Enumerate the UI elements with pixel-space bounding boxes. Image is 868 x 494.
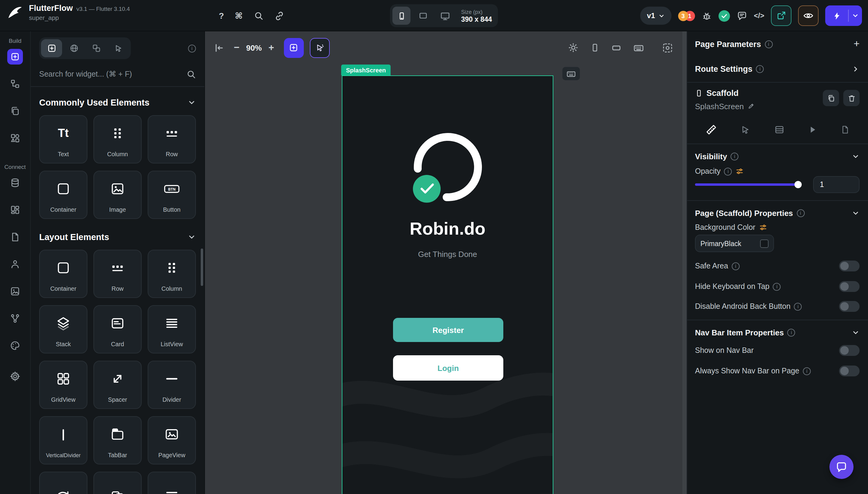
- canvas-settings-icon[interactable]: [662, 42, 673, 53]
- color-swatch[interactable]: [760, 239, 769, 248]
- preview-eye-button[interactable]: [798, 5, 818, 26]
- palette-tab-marketplace[interactable]: [63, 39, 84, 57]
- page-name-tag[interactable]: SplashScreen: [341, 64, 391, 75]
- register-button[interactable]: Register: [393, 318, 503, 342]
- device-phone-button[interactable]: [392, 7, 411, 25]
- help-icon[interactable]: ?: [219, 11, 224, 20]
- opacity-slider[interactable]: [695, 183, 802, 186]
- visibility-section-header[interactable]: Visibility i: [695, 148, 860, 164]
- palette-card-gridview[interactable]: GridView: [39, 361, 87, 409]
- palette-card-column[interactable]: Column: [148, 250, 196, 298]
- scaffold-properties-header[interactable]: Page (Scaffold) Properties i: [695, 205, 860, 221]
- debug-bug-icon[interactable]: [701, 11, 712, 21]
- custom-code-icon[interactable]: </>: [754, 12, 764, 20]
- palette-tab-widgets[interactable]: [41, 39, 62, 57]
- deploy-menu-button[interactable]: [849, 12, 862, 19]
- rename-pencil-icon[interactable]: [747, 102, 755, 110]
- nav-collaboration[interactable]: [7, 256, 23, 272]
- always-show-navbar-toggle[interactable]: [839, 365, 860, 376]
- tab-properties[interactable]: [705, 124, 717, 136]
- portrait-device-icon[interactable]: [590, 43, 600, 53]
- palette-card-image[interactable]: Image: [94, 171, 142, 219]
- section-layout-elements[interactable]: Layout Elements: [39, 232, 196, 242]
- navbar-properties-header[interactable]: Nav Bar Item Properties i: [695, 324, 860, 340]
- palette-card-container[interactable]: Container: [39, 171, 87, 219]
- zoom-out-button[interactable]: −: [234, 42, 240, 53]
- palette-card-spacer[interactable]: Spacer: [94, 361, 142, 409]
- build-status-icon[interactable]: [718, 10, 730, 21]
- set-from-variable-icon[interactable]: [759, 223, 767, 232]
- palette-card-tabbar[interactable]: TabBar: [94, 416, 142, 464]
- nav-settings[interactable]: [7, 368, 23, 384]
- canvas-scrollbar[interactable]: [682, 31, 687, 494]
- nav-components[interactable]: [7, 130, 23, 146]
- palette-card-partial[interactable]: [39, 472, 87, 494]
- comments-icon[interactable]: [736, 10, 747, 21]
- search-icon[interactable]: [254, 11, 263, 20]
- palette-tab-pointer[interactable]: [108, 39, 129, 57]
- device-desktop-button[interactable]: [436, 7, 454, 25]
- palette-card-verticaldivider[interactable]: VerticalDivider: [39, 416, 87, 464]
- tab-backend-query[interactable]: [774, 124, 785, 135]
- section-commonly-used[interactable]: Commonly Used Elements: [39, 98, 196, 107]
- tab-documentation[interactable]: [840, 125, 850, 134]
- delete-widget-button[interactable]: [843, 90, 860, 106]
- palette-card-text[interactable]: Tt Text: [39, 115, 87, 164]
- deploy-bolt-button[interactable]: [825, 11, 848, 20]
- palette-card-divider[interactable]: Divider: [148, 361, 196, 409]
- nav-automations[interactable]: [7, 311, 23, 326]
- design-canvas[interactable]: − 90% +: [205, 31, 687, 494]
- collapse-panel-icon[interactable]: [213, 42, 224, 53]
- open-in-new-tab-button[interactable]: [771, 5, 791, 26]
- palette-card-card[interactable]: Card: [94, 305, 142, 354]
- palette-card-row[interactable]: Row: [148, 115, 196, 164]
- nav-pages[interactable]: [7, 103, 23, 119]
- palette-card-column[interactable]: Column: [94, 115, 142, 164]
- route-settings-row[interactable]: Route Settings i: [695, 61, 860, 77]
- hide-keyboard-toggle[interactable]: [839, 281, 860, 292]
- palette-card-partial[interactable]: [148, 472, 196, 494]
- landscape-device-icon[interactable]: [611, 42, 622, 53]
- nav-widget-tree[interactable]: [7, 76, 23, 92]
- show-on-navbar-toggle[interactable]: [839, 345, 860, 356]
- add-widget-mode-button[interactable]: [283, 38, 303, 58]
- slider-thumb[interactable]: [794, 181, 802, 188]
- version-dropdown[interactable]: v1: [640, 7, 671, 25]
- copy-widget-button[interactable]: [823, 90, 839, 106]
- palette-card-pageview[interactable]: PageView: [148, 416, 196, 464]
- opacity-value-input[interactable]: 1: [813, 176, 860, 193]
- disable-back-toggle[interactable]: [839, 301, 860, 312]
- panel-scrollbar[interactable]: [201, 248, 203, 286]
- support-chat-button[interactable]: [829, 455, 853, 479]
- zoom-level[interactable]: 90%: [246, 43, 262, 52]
- zoom-in-button[interactable]: +: [269, 42, 274, 53]
- share-link-icon[interactable]: [274, 11, 284, 21]
- light-dark-mode-icon[interactable]: [568, 42, 579, 53]
- nav-database[interactable]: [7, 175, 23, 191]
- nav-media-assets[interactable]: [7, 284, 23, 299]
- background-color-picker[interactable]: PrimaryBlack: [695, 235, 774, 252]
- palette-tab-components[interactable]: [85, 39, 107, 57]
- search-icon[interactable]: [186, 69, 196, 79]
- palette-card-listview[interactable]: ListView: [148, 305, 196, 354]
- palette-card-partial[interactable]: [94, 472, 142, 494]
- safe-area-toggle[interactable]: [839, 261, 860, 271]
- nav-theme[interactable]: [7, 338, 23, 354]
- keyboard-shortcuts-icon[interactable]: ⌘: [235, 11, 243, 20]
- phone-frame-splashscreen[interactable]: Robin.do Get Things Done Register Login: [342, 75, 553, 494]
- virtual-keyboard-icon[interactable]: [633, 42, 644, 53]
- palette-card-stack[interactable]: Stack: [39, 305, 87, 354]
- warnings-badge[interactable]: 3: [678, 11, 688, 21]
- nav-widget-palette[interactable]: [7, 49, 23, 64]
- palette-card-button[interactable]: BTN Button: [148, 171, 196, 219]
- login-button[interactable]: Login: [393, 355, 503, 381]
- keyboard-toggle-button[interactable]: [563, 67, 580, 80]
- set-from-variable-icon[interactable]: [736, 167, 744, 175]
- palette-card-row[interactable]: Row: [94, 250, 142, 298]
- device-tablet-button[interactable]: [414, 7, 432, 25]
- nav-app-values[interactable]: [7, 202, 23, 218]
- add-page-parameter-button[interactable]: +: [853, 38, 860, 50]
- nav-files[interactable]: [7, 229, 23, 245]
- palette-card-container[interactable]: Container: [39, 250, 87, 298]
- select-mode-button[interactable]: [310, 38, 330, 58]
